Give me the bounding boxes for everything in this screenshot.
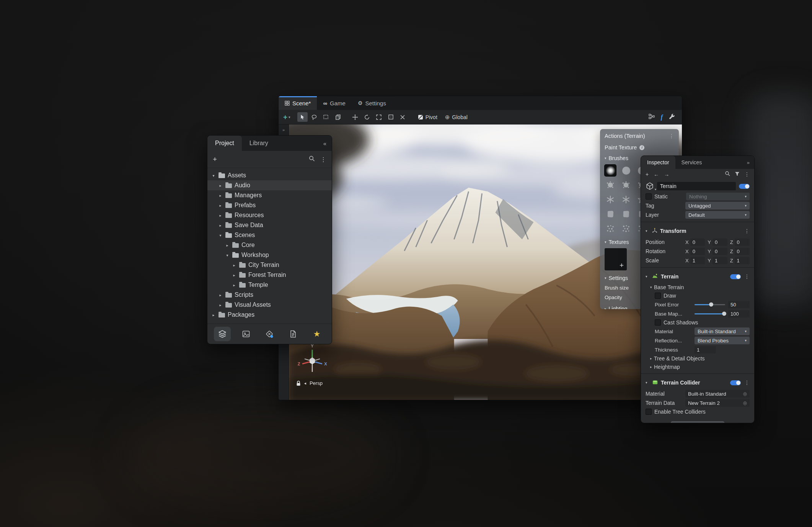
- rotate-tool[interactable]: [362, 112, 372, 122]
- object-picker-icon[interactable]: ◎: [743, 391, 747, 396]
- dock-materials-icon[interactable]: [261, 327, 278, 341]
- terrain-collider-section-header[interactable]: ▾ Terrain Collider ⋮: [641, 376, 754, 389]
- kebab-menu-icon[interactable]: ⋮: [744, 228, 750, 234]
- filter-icon[interactable]: [735, 171, 740, 178]
- reflection-dropdown[interactable]: Blend Probes ▾: [695, 337, 750, 344]
- tab-services[interactable]: Services: [675, 156, 708, 169]
- tree-item-prefabs[interactable]: ▸Prefabs: [207, 200, 332, 210]
- static-checkbox[interactable]: [646, 193, 652, 200]
- static-flags-dropdown[interactable]: Nothing ▾: [686, 193, 750, 200]
- expand-panel-icon[interactable]: »: [742, 156, 754, 169]
- rect-select-tool[interactable]: [321, 112, 331, 122]
- scene-viewport[interactable]: » ◉: [279, 124, 682, 400]
- enable-tree-colliders-checkbox[interactable]: [646, 409, 652, 415]
- add-icon[interactable]: +: [646, 171, 649, 177]
- tree-item-scenes[interactable]: ▾Scenes: [207, 230, 332, 240]
- lasso-tool[interactable]: [309, 112, 320, 122]
- axis-value-field[interactable]: 0: [690, 239, 705, 246]
- collider-enabled-toggle[interactable]: [730, 380, 741, 385]
- brush-blob[interactable]: [620, 208, 632, 220]
- tree-caret-icon[interactable]: ▸: [218, 303, 223, 307]
- transform-tool[interactable]: [398, 112, 408, 122]
- collider-material-field[interactable]: Built-in Standard ◎: [685, 390, 750, 398]
- dock-favorites-icon[interactable]: ★: [308, 327, 325, 341]
- tree-caret-icon[interactable]: ▸: [218, 293, 223, 297]
- brush-scatter[interactable]: [605, 223, 616, 234]
- tree-caret-icon[interactable]: ▸: [225, 243, 230, 247]
- tree-caret-icon[interactable]: ▸: [218, 213, 223, 218]
- tree-item-resources[interactable]: ▸Resources: [207, 210, 332, 220]
- collapse-panel-icon[interactable]: «: [318, 136, 332, 151]
- cast-shadows-checkbox[interactable]: [655, 319, 661, 326]
- brush-splat[interactable]: [605, 179, 616, 191]
- tree-caret-icon[interactable]: ▾: [218, 233, 223, 237]
- tree-caret-icon[interactable]: ▸: [218, 193, 223, 198]
- add-component-button[interactable]: Add Component: [671, 421, 724, 423]
- pivot-button[interactable]: Pivot: [415, 112, 440, 122]
- terrain-enabled-toggle[interactable]: [730, 274, 741, 279]
- thickness-value[interactable]: 1: [695, 346, 716, 354]
- tab-scene[interactable]: Scene*: [279, 96, 317, 110]
- active-toggle[interactable]: [739, 184, 750, 189]
- kebab-menu-icon[interactable]: ⋮: [744, 171, 750, 177]
- object-name-field[interactable]: Terrain: [657, 182, 736, 190]
- axis-value-field[interactable]: 0: [735, 239, 750, 246]
- material-dropdown[interactable]: Built-in Standard ▾: [695, 327, 750, 335]
- tree-item-save-data[interactable]: ▸Save Data: [207, 220, 332, 230]
- wrench-icon[interactable]: [669, 113, 675, 121]
- tree-item-packages[interactable]: ▸Packages: [207, 310, 332, 320]
- tree-caret-icon[interactable]: ▸: [211, 313, 216, 317]
- pixel-error-value[interactable]: 50: [728, 301, 750, 308]
- dock-scripts-icon[interactable]: [285, 327, 302, 341]
- tab-library[interactable]: Library: [242, 136, 276, 151]
- heightmap-foldout[interactable]: ▸ Heightmap: [641, 363, 754, 371]
- transform-section-header[interactable]: ▾ Transform ⋮: [641, 224, 754, 237]
- expand-overlay-icon[interactable]: »: [282, 128, 285, 132]
- tree-item-workshop[interactable]: ▾Workshop: [207, 250, 332, 260]
- base-map-slider[interactable]: [695, 313, 725, 314]
- tree-item-audio[interactable]: ▸Audio: [207, 180, 332, 190]
- tree-caret-icon[interactable]: ▸: [218, 183, 223, 188]
- brush-aster[interactable]: [605, 194, 616, 205]
- persp-label[interactable]: Persp: [310, 380, 323, 386]
- base-map-value[interactable]: 100: [728, 310, 750, 318]
- add-asset-button[interactable]: +: [213, 155, 217, 164]
- tree-item-scripts[interactable]: ▸Scripts: [207, 290, 332, 300]
- info-icon[interactable]: i: [639, 145, 644, 150]
- tree-item-core[interactable]: ▸Core: [207, 240, 332, 250]
- back-icon[interactable]: ←: [654, 171, 659, 177]
- tree-caret-icon[interactable]: ▸: [232, 263, 236, 267]
- search-icon[interactable]: [725, 171, 730, 178]
- dock-scenes-icon[interactable]: [214, 327, 231, 341]
- brush-blob[interactable]: [605, 208, 616, 220]
- tree-caret-icon[interactable]: ▾: [211, 173, 216, 178]
- frame-debug-icon[interactable]: f: [661, 114, 663, 121]
- texture-slot[interactable]: +: [605, 248, 627, 270]
- move-tool[interactable]: [350, 112, 360, 122]
- tree-item-temple[interactable]: ▸Temple: [207, 280, 332, 290]
- pixel-error-slider[interactable]: [695, 304, 725, 305]
- duplicate-tool[interactable]: [333, 112, 343, 122]
- object-picker-icon[interactable]: ◎: [743, 400, 747, 406]
- tree-caret-icon[interactable]: ▸: [218, 203, 223, 208]
- terrain-data-field[interactable]: New Terrain 2 ◎: [685, 399, 750, 407]
- axis-value-field[interactable]: 0: [713, 248, 727, 255]
- kebab-menu-icon[interactable]: ⋮: [744, 273, 750, 280]
- kebab-menu-icon[interactable]: ⋮: [669, 133, 674, 139]
- tab-inspector[interactable]: Inspector: [641, 156, 675, 169]
- brush-splat[interactable]: [620, 179, 632, 191]
- base-terrain-foldout[interactable]: ▾ Base Terrain: [641, 283, 754, 291]
- terrain-section-header[interactable]: ▾ Terrain ⋮: [641, 270, 754, 283]
- draw-checkbox[interactable]: [655, 293, 661, 299]
- axis-value-field[interactable]: 0: [713, 239, 727, 246]
- global-button[interactable]: ⊕ Global: [442, 112, 471, 122]
- tree-item-assets[interactable]: ▾Assets: [207, 170, 332, 180]
- tag-dropdown[interactable]: Untagged ▾: [685, 202, 750, 209]
- brush-circle[interactable]: [620, 165, 632, 176]
- brush-aster[interactable]: [620, 194, 632, 205]
- kebab-menu-icon[interactable]: ⋮: [744, 380, 750, 386]
- search-icon[interactable]: [309, 155, 315, 163]
- view-orientation-gizmo[interactable]: Y Z X ◄ Persp: [294, 344, 331, 386]
- tab-project[interactable]: Project: [207, 136, 242, 151]
- axis-value-field[interactable]: 1: [690, 257, 705, 264]
